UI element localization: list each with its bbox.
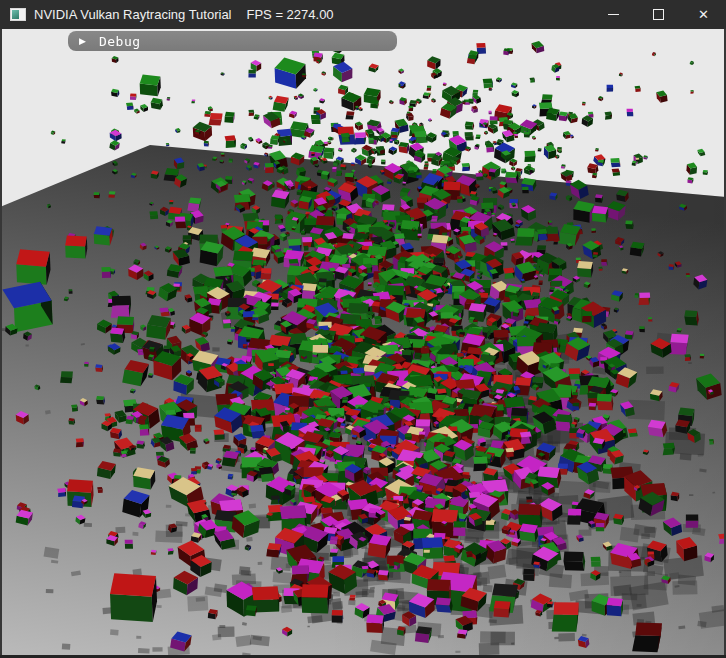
app-icon-pane bbox=[12, 10, 19, 19]
app-window: NVIDIA Vulkan Raytracing Tutorial FPS = … bbox=[0, 0, 726, 658]
window-title: NVIDIA Vulkan Raytracing Tutorial bbox=[34, 7, 232, 22]
debug-panel-header[interactable]: ▶ Debug bbox=[68, 31, 397, 51]
fps-counter: FPS = 2274.00 bbox=[247, 7, 334, 22]
raytraced-viewport-canvas[interactable] bbox=[0, 0, 726, 658]
debug-panel-label: Debug bbox=[99, 34, 141, 49]
window-controls: ✕ bbox=[591, 0, 726, 29]
minimize-button[interactable] bbox=[591, 0, 636, 29]
close-button[interactable]: ✕ bbox=[681, 0, 726, 29]
titlebar[interactable]: NVIDIA Vulkan Raytracing Tutorial FPS = … bbox=[0, 0, 726, 29]
collapse-arrow-icon: ▶ bbox=[79, 37, 86, 46]
app-window-icon bbox=[10, 8, 26, 21]
close-icon: ✕ bbox=[698, 8, 709, 21]
minimize-icon bbox=[608, 14, 619, 15]
maximize-button[interactable] bbox=[636, 0, 681, 29]
maximize-icon bbox=[653, 9, 664, 20]
